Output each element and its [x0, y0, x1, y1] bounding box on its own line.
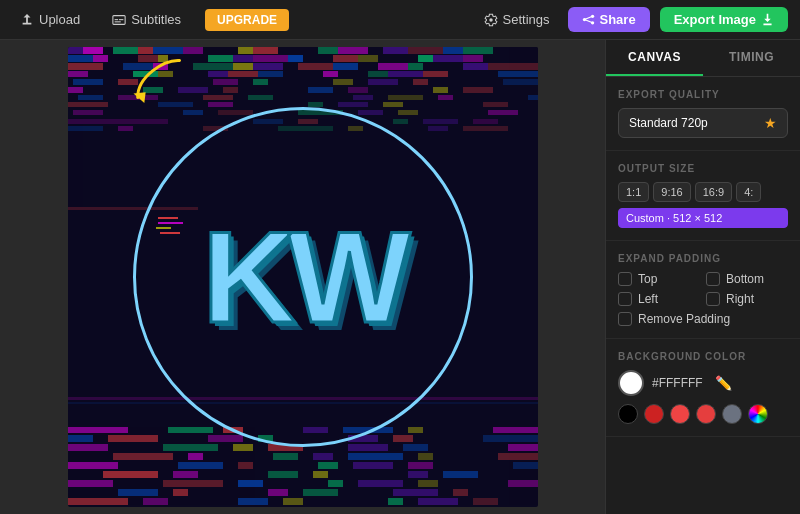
svg-rect-146	[178, 462, 223, 469]
expand-right-checkbox[interactable]	[706, 292, 720, 306]
output-size-section: OUTPUT SIZE 1:1 9:16 16:9 4: Custom · 51…	[606, 151, 800, 241]
bg-color-swatch[interactable]	[618, 370, 644, 396]
svg-rect-138	[273, 453, 298, 460]
preset-red-dark[interactable]	[644, 404, 664, 424]
svg-rect-178	[268, 489, 288, 496]
svg-rect-239	[148, 126, 188, 131]
svg-rect-23	[338, 47, 368, 54]
preset-gray[interactable]	[722, 404, 742, 424]
svg-rect-26	[408, 47, 443, 54]
export-button[interactable]: Export Image	[660, 7, 788, 32]
svg-rect-161	[408, 471, 428, 478]
settings-button[interactable]: Settings	[476, 8, 558, 31]
settings-icon	[484, 13, 498, 27]
svg-rect-215	[523, 102, 538, 107]
svg-rect-200	[353, 95, 373, 100]
svg-rect-32	[108, 55, 138, 62]
eyedropper-icon[interactable]: ✏️	[715, 375, 732, 391]
expand-bottom-checkbox[interactable]	[706, 272, 720, 286]
tab-canvas[interactable]: CANVAS	[606, 40, 703, 76]
svg-rect-152	[448, 462, 498, 469]
svg-rect-176	[173, 489, 188, 496]
svg-rect-39	[288, 55, 303, 62]
size-4x[interactable]: 4:	[736, 182, 761, 202]
svg-rect-77	[388, 71, 423, 77]
expand-right[interactable]: Right	[706, 292, 788, 306]
svg-rect-113	[493, 427, 538, 433]
topbar-left: Upload Subtitles UPGRADE	[12, 8, 476, 31]
preset-red[interactable]	[670, 404, 690, 424]
expand-left-checkbox[interactable]	[618, 292, 632, 306]
svg-rect-114	[68, 435, 93, 442]
svg-rect-225	[488, 110, 518, 115]
svg-rect-222	[358, 110, 383, 115]
size-1-1[interactable]: 1:1	[618, 182, 649, 202]
export-quality-label: EXPORT QUALITY	[618, 89, 788, 100]
svg-rect-37	[233, 55, 253, 62]
svg-rect-90	[443, 79, 488, 85]
svg-rect-102	[463, 87, 493, 93]
svg-rect-224	[433, 110, 473, 115]
svg-rect-131	[403, 444, 428, 451]
svg-rect-96	[223, 87, 238, 93]
svg-rect-139	[313, 453, 333, 460]
svg-rect-247	[523, 126, 538, 131]
svg-rect-125	[123, 444, 148, 451]
svg-rect-41	[333, 55, 358, 62]
svg-rect-22	[318, 47, 338, 54]
svg-rect-1	[115, 19, 119, 20]
svg-rect-74	[323, 71, 338, 77]
expand-bottom[interactable]: Bottom	[706, 272, 788, 286]
svg-rect-58	[333, 63, 358, 70]
export-icon	[761, 13, 774, 26]
size-9-16[interactable]: 9:16	[653, 182, 690, 202]
svg-rect-57	[298, 63, 333, 70]
svg-rect-164	[68, 480, 113, 487]
expand-top[interactable]: Top	[618, 272, 700, 286]
svg-rect-160	[343, 471, 393, 478]
preset-gradient[interactable]	[748, 404, 768, 424]
size-16-9[interactable]: 16:9	[695, 182, 732, 202]
svg-rect-223	[398, 110, 418, 115]
svg-rect-154	[68, 471, 88, 478]
svg-rect-30	[68, 55, 93, 62]
svg-line-7	[584, 16, 592, 19]
topbar: Upload Subtitles UPGRADE Settings	[0, 0, 800, 40]
preset-red2[interactable]	[696, 404, 716, 424]
topbar-right: Settings Share Export Image	[476, 7, 788, 32]
svg-rect-188	[283, 498, 303, 505]
svg-rect-84	[213, 79, 238, 85]
quality-selector[interactable]: Standard 720p ★	[618, 108, 788, 138]
upgrade-button[interactable]: UPGRADE	[205, 9, 289, 31]
svg-rect-18	[203, 47, 238, 54]
svg-rect-48	[68, 63, 103, 70]
output-size-label: OUTPUT SIZE	[618, 163, 788, 174]
upload-icon	[20, 13, 34, 27]
svg-rect-106	[168, 427, 213, 433]
right-panel: CANVAS TIMING EXPORT QUALITY Standard 72…	[605, 40, 800, 514]
svg-rect-72	[258, 71, 283, 77]
svg-rect-88	[368, 79, 398, 85]
export-quality-section: EXPORT QUALITY Standard 720p ★	[606, 77, 800, 151]
expand-top-checkbox[interactable]	[618, 272, 632, 286]
subtitles-button[interactable]: Subtitles	[104, 8, 189, 31]
svg-rect-31	[93, 55, 108, 62]
expand-left[interactable]: Left	[618, 292, 700, 306]
svg-rect-167	[238, 480, 263, 487]
svg-rect-203	[468, 95, 513, 100]
svg-rect-219	[218, 110, 253, 115]
upload-button[interactable]: Upload	[12, 8, 88, 31]
svg-rect-208	[208, 102, 233, 107]
svg-rect-27	[443, 47, 463, 54]
svg-rect-191	[418, 498, 458, 505]
preset-black[interactable]	[618, 404, 638, 424]
svg-rect-105	[133, 427, 163, 433]
share-button[interactable]: Share	[568, 7, 650, 32]
svg-rect-166	[163, 480, 223, 487]
size-options: 1:1 9:16 16:9 4:	[618, 182, 788, 202]
svg-rect-65	[68, 71, 88, 77]
size-custom[interactable]: Custom · 512 × 512	[618, 208, 788, 228]
remove-padding[interactable]: Remove Padding	[618, 312, 788, 326]
remove-padding-checkbox[interactable]	[618, 312, 632, 326]
tab-timing[interactable]: TIMING	[703, 40, 800, 76]
